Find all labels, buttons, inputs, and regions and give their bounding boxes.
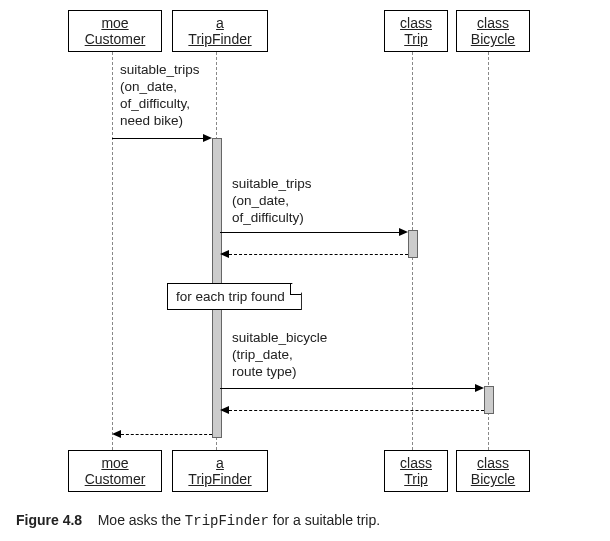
participant-label: a bbox=[216, 15, 224, 31]
message-suitable-trips-2: suitable_trips (on_date, of_difficulty) bbox=[232, 176, 312, 227]
participant-top-tripfinder: a TripFinder bbox=[172, 10, 268, 52]
activation-bicycle bbox=[484, 386, 494, 414]
arrowhead-icon bbox=[112, 430, 121, 438]
arrowhead-icon bbox=[220, 250, 229, 258]
figure-caption: Figure 4.8 Moe asks the TripFinder for a… bbox=[16, 512, 380, 529]
participant-top-trip: class Trip bbox=[384, 10, 448, 52]
participant-bottom-trip: class Trip bbox=[384, 450, 448, 492]
loop-note: for each trip found bbox=[167, 283, 302, 310]
participant-label: moe bbox=[101, 15, 128, 31]
arrowhead-icon bbox=[203, 134, 212, 142]
participant-bottom-customer: moe Customer bbox=[68, 450, 162, 492]
participant-top-customer: moe Customer bbox=[68, 10, 162, 52]
arrow-line bbox=[112, 138, 205, 139]
arrowhead-icon bbox=[475, 384, 484, 392]
return-line bbox=[229, 410, 484, 411]
arrowhead-icon bbox=[399, 228, 408, 236]
activation-trip bbox=[408, 230, 418, 258]
participant-label: a bbox=[216, 455, 224, 471]
message-suitable-bicycle: suitable_bicycle (trip_date, route type) bbox=[232, 330, 327, 381]
figure-number: Figure 4.8 bbox=[16, 512, 82, 528]
participant-label: Customer bbox=[85, 471, 146, 487]
arrowhead-icon bbox=[220, 406, 229, 414]
participant-label: Bicycle bbox=[471, 471, 515, 487]
participant-label: class bbox=[400, 15, 432, 31]
participant-label: class bbox=[477, 455, 509, 471]
participant-label: Trip bbox=[404, 31, 428, 47]
caption-text: for a suitable trip. bbox=[269, 512, 380, 528]
sequence-diagram: moe Customer a TripFinder class Trip cla… bbox=[0, 0, 610, 541]
participant-label: TripFinder bbox=[188, 31, 251, 47]
participant-top-bicycle: class Bicycle bbox=[456, 10, 530, 52]
lifeline-customer bbox=[112, 52, 113, 450]
participant-label: Bicycle bbox=[471, 31, 515, 47]
note-fold-icon bbox=[290, 284, 301, 295]
arrow-line bbox=[220, 232, 401, 233]
participant-label: class bbox=[477, 15, 509, 31]
participant-label: moe bbox=[101, 455, 128, 471]
participant-label: TripFinder bbox=[188, 471, 251, 487]
arrow-line bbox=[220, 388, 477, 389]
return-line bbox=[121, 434, 212, 435]
participant-label: Trip bbox=[404, 471, 428, 487]
caption-mono: TripFinder bbox=[185, 513, 269, 529]
return-line bbox=[229, 254, 408, 255]
participant-label: Customer bbox=[85, 31, 146, 47]
caption-text: Moe asks the bbox=[98, 512, 185, 528]
participant-bottom-tripfinder: a TripFinder bbox=[172, 450, 268, 492]
participant-label: class bbox=[400, 455, 432, 471]
participant-bottom-bicycle: class Bicycle bbox=[456, 450, 530, 492]
note-text: for each trip found bbox=[176, 289, 285, 304]
message-suitable-trips-1: suitable_trips (on_date, of_difficulty, … bbox=[120, 62, 200, 130]
